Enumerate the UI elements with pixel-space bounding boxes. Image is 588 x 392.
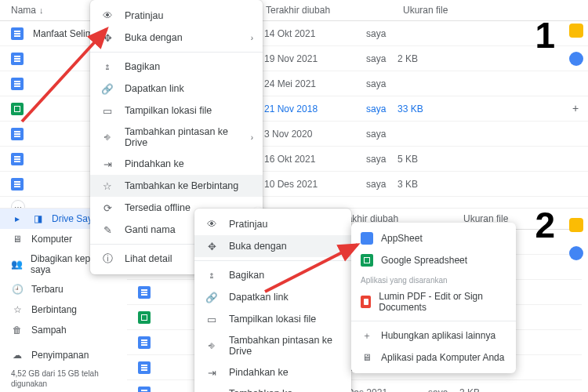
sort-arrow-icon: ↓ [39, 5, 44, 15]
link-icon: 🔗 [205, 291, 218, 303]
ctx-move-to[interactable]: ⇥Pindahkan ke [90, 153, 263, 175]
eye-icon: 👁 [205, 218, 218, 230]
file-type-icon [11, 103, 24, 115]
file-owner: saya [428, 387, 459, 393]
person-add-icon: ⩲ [101, 60, 114, 73]
tasks-icon[interactable] [569, 246, 583, 260]
link-icon: 🔗 [101, 82, 114, 95]
shortcut-icon: ⎆ [101, 131, 114, 143]
ctx-open-with[interactable]: ✥Buka dengan› [194, 235, 351, 257]
ctx-move-to[interactable]: ⇥Pindahkan ke [194, 361, 351, 383]
ctx-show-location[interactable]: ▭Tampilkan lokasi file [194, 308, 351, 330]
sidebar-storage[interactable]: ☁Penyimpanan [0, 345, 122, 365]
chevron-right-icon: › [339, 242, 342, 251]
file-type-icon [11, 178, 24, 191]
file-row[interactable]: 16 Okt 2021saya5 KB [0, 147, 588, 172]
ctx-open-with[interactable]: ✥Buka dengan› [90, 27, 263, 49]
submenu-lumin[interactable]: Lumin PDF - Edit or Sign Documents [351, 286, 516, 318]
sidebar-trash[interactable]: 🗑Sampah [0, 320, 122, 340]
bottom-panel: ▸◨Drive Saya 🖥Komputer 👥Dibagikan kepada… [0, 208, 588, 392]
ctx-get-link[interactable]: 🔗Dapatkan link [194, 286, 351, 308]
folder-icon: ▭ [101, 104, 114, 117]
chevron-right-icon: › [251, 133, 253, 142]
side-panel-icons [569, 218, 583, 260]
file-row[interactable]: 24 Mei 2021saya [0, 71, 588, 96]
file-row[interactable]: 3 Nov 2020saya [0, 122, 588, 147]
ctx-share[interactable]: ⩲Bagikan [90, 56, 263, 78]
trash-icon: 🗑 [11, 324, 24, 336]
move-icon: ⇥ [101, 158, 114, 170]
computer-icon: 🖥 [11, 233, 24, 245]
ctx-preview[interactable]: 👁Pratinjau [90, 5, 263, 27]
storage-detail-text: 4,52 GB dari 15 GB telah digunakan [0, 365, 127, 392]
file-list-header: Nama ↓ Terakhir diubah Ukuran file [0, 0, 588, 21]
column-name-label: Nama [11, 5, 36, 16]
file-modified: 24 Mei 2021 [264, 78, 366, 89]
file-modified: 3 Nov 2020 [264, 129, 366, 140]
file-type-icon [11, 27, 24, 40]
file-type-icon [11, 153, 24, 165]
sidebar-recent[interactable]: 🕘Terbaru [0, 279, 122, 299]
file-owner: saya [366, 154, 397, 165]
file-modified: 10 Des 2021 [264, 179, 366, 190]
file-owner: saya [366, 179, 397, 190]
file-owner: saya [366, 129, 397, 140]
file-type-icon [138, 336, 151, 349]
file-size: 3 KB [459, 387, 538, 393]
separator [90, 52, 263, 53]
annotation-number-2: 2 [535, 204, 555, 246]
open-with-icon: ✥ [101, 31, 114, 44]
submenu-suggested-header: Aplikasi yang disarankan [351, 271, 516, 286]
ctx-add-shortcut[interactable]: ⎆Tambahkan pintasan ke Drive [194, 330, 351, 361]
file-type-icon [138, 286, 151, 299]
file-owner: saya [366, 28, 397, 39]
clock-icon: 🕘 [11, 283, 24, 296]
computer-icon: 🖥 [361, 351, 373, 364]
shortcut-icon: ⎆ [205, 339, 218, 352]
file-size: 33 KB [397, 103, 476, 114]
ctx-star[interactable]: ☆Tambahkan ke Berbintang [90, 175, 263, 197]
sidebar-starred[interactable]: ☆Berbintang [0, 299, 122, 320]
submenu-appsheet[interactable]: AppSheet [351, 227, 516, 249]
ctx-add-shortcut[interactable]: ⎆Tambahkan pintasan ke Drive› [90, 122, 263, 153]
file-type-icon [138, 387, 151, 393]
tasks-icon[interactable] [569, 52, 583, 66]
ctx-show-location[interactable]: ▭Tampilkan lokasi file [90, 100, 263, 122]
file-row[interactable]: 21 Nov 2018saya33 KB [0, 96, 588, 122]
plus-icon: ＋ [361, 329, 373, 342]
star-icon: ☆ [101, 180, 114, 192]
sheets-icon [361, 254, 373, 267]
file-row[interactable]: 19 Nov 2021saya2 KB [0, 46, 588, 71]
column-modified[interactable]: Terakhir diubah [266, 5, 403, 16]
submenu-google-sheets[interactable]: Google Spreadsheet [351, 249, 516, 271]
folder-icon: ▭ [205, 313, 218, 325]
file-type-icon [138, 361, 151, 374]
context-menu-2: 👁Pratinjau ✥Buka dengan› ⩲Bagikan 🔗Dapat… [194, 209, 351, 392]
file-owner: saya [366, 78, 397, 89]
file-row[interactable]: Manfaat Selimut14 Okt 2021saya [0, 21, 588, 46]
file-type-icon [138, 311, 151, 324]
file-modified: 16 Okt 2021 [264, 154, 366, 165]
ctx-share[interactable]: ⩲Bagikan [194, 264, 351, 286]
ctx-get-link[interactable]: 🔗Dapatkan link [90, 78, 263, 100]
add-panel-icon[interactable]: + [569, 102, 582, 114]
ctx-star[interactable]: ☆Tambahkan ke Berbintang [194, 383, 351, 392]
submenu-connect-apps[interactable]: ＋Hubungkan aplikasi lainnya [351, 325, 516, 347]
people-icon: 👥 [11, 258, 23, 270]
file-owner: saya [366, 103, 397, 114]
lumin-icon [361, 296, 371, 308]
annotation-number-1: 1 [535, 14, 555, 56]
submenu-on-computer[interactable]: 🖥Aplikasi pada Komputer Anda [351, 347, 516, 368]
top-panel: Nama ↓ Terakhir diubah Ukuran file Manfa… [0, 0, 588, 212]
file-type-icon [11, 78, 24, 90]
side-panel-icons [569, 24, 583, 66]
drive-icon: ◨ [31, 212, 44, 225]
keep-icon[interactable] [569, 218, 583, 232]
keep-icon[interactable] [569, 24, 583, 38]
column-size[interactable]: Ukuran file [403, 5, 481, 16]
file-modified: 19 Nov 2021 [264, 53, 366, 64]
file-row[interactable]: 10 Des 2021saya3 KB [0, 172, 588, 197]
star-icon: ☆ [11, 303, 24, 316]
cloud-icon: ☁ [11, 349, 24, 361]
ctx-preview[interactable]: 👁Pratinjau [194, 213, 351, 235]
